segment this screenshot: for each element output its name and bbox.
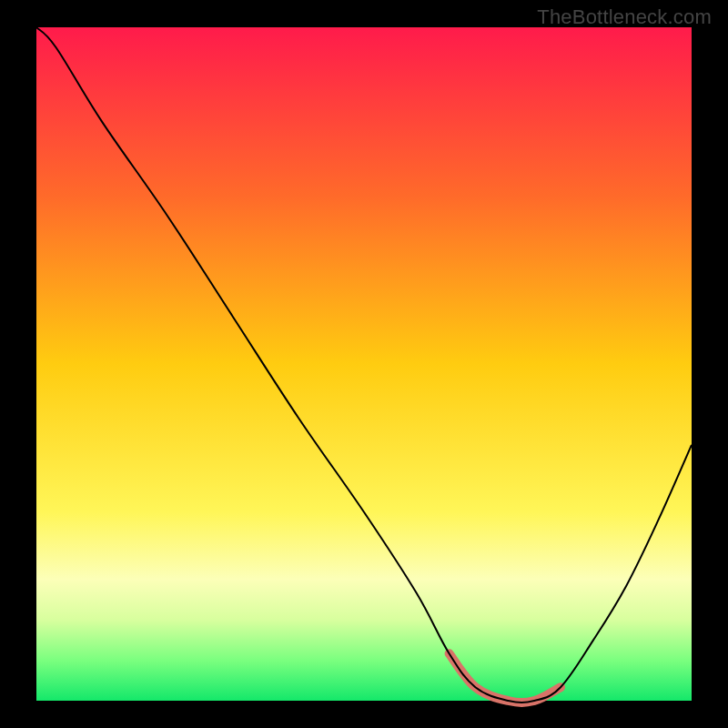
chart-frame: TheBottleneck.com — [0, 0, 728, 728]
chart-svg — [0, 0, 728, 728]
watermark-text: TheBottleneck.com — [537, 5, 712, 29]
gradient-plot-area — [36, 27, 692, 701]
